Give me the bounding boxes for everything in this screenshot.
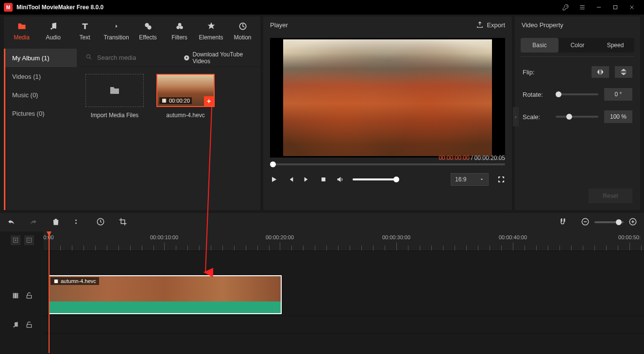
speed-button[interactable] (96, 217, 105, 228)
unlock-icon[interactable] (25, 321, 33, 329)
app-logo: M (4, 3, 13, 12)
sidebar-item-music[interactable]: Music (0) (5, 86, 77, 104)
media-area: Download YouTube Videos Import Media Fil… (80, 49, 260, 210)
tab-text[interactable]: Text (69, 17, 101, 46)
redo-button[interactable] (29, 217, 38, 228)
search-input[interactable] (97, 54, 179, 61)
tab-effects[interactable]: Effects (132, 17, 164, 46)
sidebar-item-my-album[interactable]: My Album (1) (5, 49, 77, 67)
media-clip-card[interactable]: 00:00:20 + autumn-4.hevc (154, 74, 217, 119)
prev-frame-button[interactable] (287, 176, 294, 183)
unlock-icon[interactable] (25, 292, 33, 300)
clip-thumbnail[interactable]: 00:00:20 + (156, 74, 215, 107)
snap-button[interactable] (559, 217, 567, 228)
property-panel: Video Property Basic Color Speed Flip: R… (515, 17, 640, 210)
folder-icon (17, 21, 27, 31)
film-icon (161, 98, 167, 104)
titlebar: M MiniTool MovieMaker Free 8.0.0 (0, 0, 644, 15)
flip-vertical-button[interactable] (615, 66, 632, 78)
tab-media[interactable]: Media (6, 17, 37, 46)
fullscreen-button[interactable] (497, 176, 505, 183)
video-track[interactable]: autumn-4.hevc (44, 275, 644, 316)
sidebar-item-videos[interactable]: Videos (1) (5, 67, 77, 86)
property-tab-basic[interactable]: Basic (521, 38, 559, 53)
tab-label: Filters (171, 34, 187, 41)
tab-transition[interactable]: Transition (101, 17, 132, 46)
rotate-value[interactable]: 0 ° (604, 88, 632, 101)
rotate-slider[interactable] (556, 93, 598, 95)
clip-name: autumn-4.hevc (166, 112, 204, 119)
effects-icon (143, 21, 153, 31)
panel-collapse-handle[interactable]: › (513, 107, 519, 126)
flip-horizontal-button[interactable] (592, 66, 609, 78)
flip-label: Flip: (523, 69, 550, 76)
svg-point-6 (178, 23, 181, 26)
zoom-slider[interactable] (594, 221, 624, 223)
time-display: 00:00:00:00 / 00:00:20:05 (439, 155, 505, 161)
music-icon (49, 21, 58, 31)
svg-rect-17 (13, 293, 18, 299)
timeline-clip-label: autumn-4.hevc (51, 277, 99, 285)
tab-audio[interactable]: Audio (37, 17, 69, 46)
tab-label: Motion (234, 34, 251, 41)
property-tab-color[interactable]: Color (559, 38, 596, 53)
text-icon (80, 21, 90, 31)
license-key-icon[interactable] (558, 0, 574, 15)
tab-motion[interactable]: Motion (227, 17, 258, 46)
tab-label: Media (14, 34, 30, 41)
add-to-timeline-button[interactable]: + (204, 96, 214, 106)
close-button[interactable] (624, 0, 640, 15)
svg-point-2 (51, 28, 52, 29)
undo-button[interactable] (7, 217, 16, 228)
tab-elements[interactable]: Elements (195, 17, 227, 46)
stop-button[interactable] (320, 176, 327, 183)
audio-track[interactable] (44, 316, 644, 334)
add-track-button[interactable] (11, 235, 20, 245)
maximize-button[interactable] (607, 0, 624, 15)
rotate-label: Rotate: (523, 91, 550, 98)
track-header-audio (0, 316, 44, 334)
export-button[interactable]: Export (476, 21, 505, 29)
import-media-card[interactable]: Import Media Files (84, 74, 146, 119)
sidebar-item-pictures[interactable]: Pictures (0) (5, 104, 77, 123)
search-icon (85, 53, 92, 62)
menu-icon[interactable] (574, 0, 591, 15)
timeline-clip[interactable]: autumn-4.hevc (49, 275, 282, 314)
reset-button[interactable]: Reset (589, 189, 632, 203)
split-button[interactable] (74, 217, 83, 228)
delete-button[interactable] (51, 217, 60, 228)
import-label: Import Media Files (91, 112, 139, 119)
play-button[interactable] (270, 176, 278, 183)
playback-progress[interactable]: 00:00:00:00 / 00:00:20:05 (270, 163, 505, 165)
video-preview[interactable] (270, 38, 505, 158)
zoom-in-button[interactable] (628, 217, 637, 228)
svg-point-0 (567, 6, 567, 6)
import-media-box[interactable] (85, 74, 144, 107)
volume-slider[interactable] (353, 178, 396, 180)
library-panel: Media Audio Text Transition Effects Filt… (4, 17, 260, 210)
remove-track-button[interactable] (24, 235, 34, 245)
timeline-ruler[interactable]: 0:0000:00:10:0000:00:20:0000:00:30:0000:… (44, 231, 644, 251)
tab-label: Transition (103, 34, 129, 41)
scale-slider[interactable] (556, 116, 598, 118)
elements-icon (206, 21, 216, 31)
property-tab-speed[interactable]: Speed (596, 38, 634, 53)
next-frame-button[interactable] (303, 176, 311, 183)
svg-rect-22 (54, 279, 58, 283)
svg-point-18 (13, 326, 15, 328)
tab-filters[interactable]: Filters (164, 17, 195, 46)
svg-point-3 (54, 27, 56, 29)
timeline: 0:0000:00:10:0000:00:20:0000:00:30:0000:… (0, 231, 644, 353)
zoom-out-button[interactable] (581, 217, 590, 228)
timeline-toolbar (0, 213, 644, 231)
scale-value[interactable]: 100 % (604, 110, 632, 123)
volume-button[interactable] (336, 176, 344, 183)
aspect-ratio-select[interactable]: 16:9 (451, 173, 489, 186)
download-youtube-link[interactable]: Download YouTube Videos (184, 51, 254, 65)
film-icon (53, 279, 59, 284)
video-image (283, 39, 492, 156)
playhead[interactable] (49, 231, 50, 353)
minimize-button[interactable] (591, 0, 607, 15)
crop-button[interactable] (119, 217, 127, 228)
property-tabs: Basic Color Speed (521, 38, 634, 53)
